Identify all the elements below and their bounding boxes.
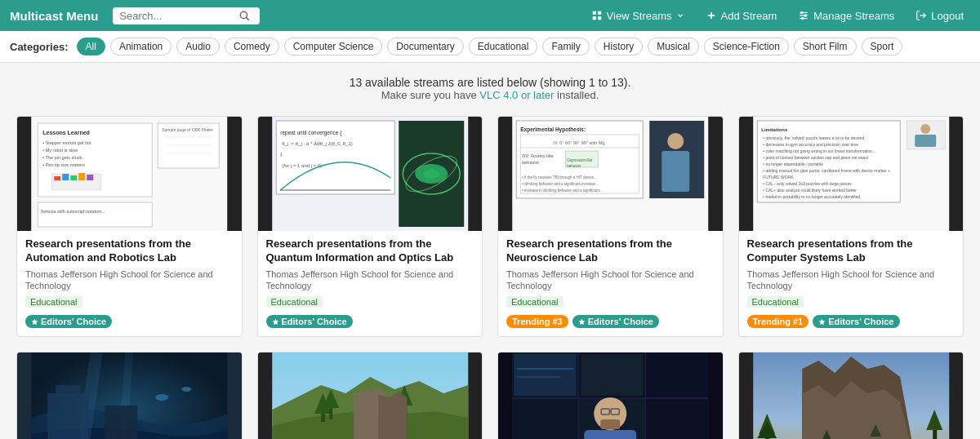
svg-rect-2 [592,11,595,15]
svg-text:Sample page of GBK Plotter: Sample page of GBK Plotter [162,127,213,132]
categories-label: Categories: [10,41,69,53]
svg-rect-103 [512,399,577,439]
stream-badges-1: Editors' Choice [25,315,234,328]
chevron-down-icon [676,11,684,20]
grid-icon [591,10,603,21]
category-pill-computer-science[interactable]: Computer Science [284,38,383,55]
category-pill-comedy[interactable]: Comedy [225,38,279,55]
sliders-icon [798,10,809,21]
category-pill-short-film[interactable]: Short Film [794,38,857,55]
svg-text:• decreases in gym accuracy an: • decreases in gym accuracy and precisio… [763,142,858,147]
svg-rect-101 [581,354,643,396]
svg-text:• Pen tip size matters: • Pen tip size matters [42,162,85,167]
manage-streams-button[interactable]: Manage Streams [791,7,901,25]
category-pill-educational[interactable]: Educational [469,38,538,55]
svg-rect-87 [105,406,137,439]
search-box[interactable] [113,7,260,24]
category-pill-sport[interactable]: Sport [862,38,903,55]
svg-point-13 [802,17,804,19]
svg-rect-4 [592,16,595,20]
svg-point-0 [241,11,247,18]
svg-text:• Stepper motors get hot: • Stepper motors get hot [42,140,91,145]
stream-provider-1: Thomas Jefferson High School for Science… [25,268,234,292]
category-pill-animation[interactable]: Animation [110,38,172,55]
svg-text:• traded-in portability to no : • traded-in portability to no longer acc… [763,194,860,199]
streams-count: 13 available streams are listed below (s… [16,76,964,89]
svg-text:• increase in climbing behavio: • increase in climbing behavior and a si… [522,188,602,193]
svg-text:θ_j := θ_j - α * ∂/∂θ_j J(θ_0,: θ_j := θ_j - α * ∂/∂θ_j J(θ_0, θ_1) [282,141,353,146]
category-pill-all[interactable]: All [77,38,105,55]
svg-text:DV: Anxiety-like: DV: Anxiety-like [522,153,553,158]
svg-text:• The pin gets stuck: • The pin gets stuck [42,155,82,160]
badge-trending-1: Trending #1 [747,315,809,328]
stream-card-1[interactable]: Lessons Learned • Stepper motors get hot… [16,116,243,337]
category-pill-history[interactable]: History [595,38,643,55]
svg-marker-66 [579,319,586,325]
add-stream-button[interactable]: Add Stream [699,7,784,25]
logout-button[interactable]: Logout [909,7,970,25]
categories-bar: Categories: All Animation Audio Comedy C… [0,31,980,63]
svg-marker-35 [32,319,38,325]
stream-category-4: Educational [747,296,804,308]
header: Multicast Menu View Streams Add Stream M… [0,0,980,31]
stream-card-6[interactable]: Yellowstone National Park (1080p) [257,352,483,439]
svg-rect-23 [54,176,60,180]
stream-grid: Lessons Learned • Stepper motors get hot… [16,116,964,439]
svg-text:behavior: behavior [567,164,581,168]
view-streams-button[interactable]: View Streams [585,7,691,25]
svg-point-46 [423,169,439,179]
svg-point-89 [181,387,191,392]
stream-thumb-5 [17,353,242,439]
svg-text:• color matching not going wro: • color matching not going wrong in our … [763,149,875,153]
svg-marker-83 [819,319,826,325]
svg-marker-48 [272,319,278,325]
stream-badges-3: Trending #3 Editors' Choice [506,315,715,328]
category-pill-family[interactable]: Family [542,38,589,55]
svg-rect-99 [514,354,576,396]
search-input[interactable] [119,10,234,22]
svg-text:• point of contact between sec: • point of contact between section cap a… [763,155,868,160]
stream-card-7[interactable]: 4Discoveries (NSF) [497,352,724,439]
svg-rect-86 [56,385,80,397]
stream-category-2: Educational [266,296,323,308]
category-pill-musical[interactable]: Musical [648,38,699,55]
svg-point-81 [920,124,930,134]
svg-text:Lessons Learned: Lessons Learned [42,130,90,135]
app-title: Multicast Menu [10,9,98,23]
streams-info: 13 available streams are listed below (s… [16,76,964,101]
svg-rect-5 [598,16,601,20]
svg-text:• My robot is slow: • My robot is slow [42,148,78,153]
svg-text:• adding manual hot glue pump:: • adding manual hot glue pump: cardboard… [763,168,890,173]
stream-thumb-6 [258,353,483,439]
svg-text:formula with subscript notatio: formula with subscript notation... [41,209,105,214]
stream-thumb-3: Experimental Hypothesis: IV: 0° 60° 90° … [498,117,723,231]
svg-point-88 [155,394,168,401]
stream-card-8[interactable]: Spring (1080p) [738,352,964,439]
stream-card-4[interactable]: Limitations • obviously, the 'solved' pu… [738,116,964,337]
svg-text:behavior: behavior [522,160,539,165]
stream-card-3[interactable]: Experimental Hypothesis: IV: 0° 60° 90° … [497,116,724,337]
stream-category-1: Educational [25,296,82,308]
stream-info-3: Research presentations from the Neurosci… [498,231,723,336]
svg-rect-65 [662,151,689,192]
stream-info-2: Research presentations from the Quantum … [258,231,483,336]
stream-provider-2: Thomas Jefferson High School for Science… [266,268,474,292]
badge-editors-choice-4: Editors' Choice [813,315,899,328]
stream-title-4: Research presentations from the Computer… [747,237,956,265]
category-pill-documentary[interactable]: Documentary [387,38,463,55]
svg-line-1 [247,18,249,20]
stream-card-2[interactable]: repeat until convergence { θ_j := θ_j - … [257,116,483,337]
badge-editors-choice-1: Editors' Choice [25,315,112,328]
stream-card-5[interactable]: Llamigos (1080p) [16,352,243,439]
main-content: 13 available streams are listed below (s… [0,63,980,439]
svg-rect-82 [915,135,936,147]
search-icon [238,10,250,21]
vlc-suffix: installed. [554,89,599,101]
stream-title-2: Research presentations from the Quantum … [266,237,474,265]
stream-thumb-7 [498,353,723,439]
category-pill-audio[interactable]: Audio [176,38,220,55]
svg-text:Limitations: Limitations [761,127,788,132]
category-pill-science-fiction[interactable]: Science-Fiction [704,38,789,55]
vlc-link[interactable]: VLC 4.0 or later [479,89,554,101]
svg-text:• obviously, the 'solved' puzz: • obviously, the 'solved' puzzle leaves … [763,135,864,140]
